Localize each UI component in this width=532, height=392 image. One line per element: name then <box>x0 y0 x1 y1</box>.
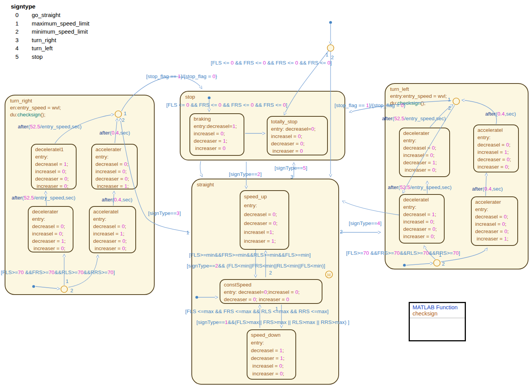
legend-row: 1maximum_speed_limit <box>11 19 89 28</box>
cond-signtype3[interactable]: [signType==3] <box>148 210 181 216</box>
matlab-function-name: checksign <box>410 310 465 318</box>
cond-max-le[interactable]: [FLS <=max && FRS <=max && RLS <=max && … <box>185 308 329 314</box>
legend-row: 4turn_left <box>11 44 89 53</box>
substate-accelerater-tr[interactable]: acceleraterentry:decreasel = 0;increasel… <box>91 144 138 189</box>
legend-row: 5stop <box>11 53 89 61</box>
stateflow-chart: signtype 0go_straight 1maximum_speed_lim… <box>0 0 532 392</box>
order-number: 3 <box>290 174 293 180</box>
cond-signtype4[interactable]: [signType==4] <box>349 220 382 226</box>
cond-stop-flag-left[interactable]: [stop_flag == 1]/{stop_flag = 0} <box>146 73 217 79</box>
legend-row: 0go_straight <box>11 11 89 19</box>
cond-signtype5[interactable]: [signType==5] <box>275 165 307 171</box>
substate-acceleratel-tr[interactable]: acceleratelentry:decreasel = 0;increasel… <box>89 206 136 253</box>
signtype-legend[interactable]: signtype 0go_straight 1maximum_speed_lim… <box>11 3 89 61</box>
order-number: 1 <box>66 278 68 284</box>
substate-accelerater2-tl[interactable]: acceleraterentry:decreasel = 0;increasel… <box>471 196 518 246</box>
cond-signtype1-max[interactable]: [signType==1&&(FLS>max|| FRS>max || RLS>… <box>196 319 349 325</box>
substate-braking[interactable]: brakingentry:decreasel=1;increasel = 0;d… <box>189 113 244 156</box>
substate-decelerater-tl[interactable]: deceleraterentry:decreasel = 0;increasel… <box>399 128 450 177</box>
order-number: 2 <box>269 270 272 276</box>
substate-deceleratel-tl[interactable]: deceleratelentry:decreasel = 1;increasel… <box>399 194 445 244</box>
legend-title: signtype <box>11 3 89 10</box>
cond-after-04-tr1[interactable]: after(0.4,sec) <box>99 130 130 136</box>
cond-after-speed-tl2[interactable]: after(52.5/entry_speed,sec) <box>388 184 452 190</box>
order-number: 1 <box>186 230 189 235</box>
order-number: 2 <box>340 229 343 235</box>
cond-signtype2-min[interactable]: [signType==2&& (FLS<min||FRS<min||RLS<mi… <box>187 263 325 269</box>
cond-sensors70-right[interactable]: [FLS>=70 &&FRS>=70&&RLS>=70&&RRS>=70] <box>346 250 460 256</box>
order-number: 1 <box>124 111 126 116</box>
order-number: 1 <box>275 306 278 312</box>
cond-after-04-tr2[interactable]: after(0.4,sec) <box>102 197 133 203</box>
order-number: 1 <box>448 97 450 102</box>
junction-top[interactable] <box>327 45 334 51</box>
order-number: 1 <box>326 52 328 58</box>
substate-acceleratel-tl[interactable]: acceleratelentry:decreasel = 0;increasel… <box>473 124 519 172</box>
order-number: 2 <box>331 55 334 60</box>
order-number: 2 <box>448 105 451 111</box>
cond-sensors70-left[interactable]: [FLS>=70 &&FRS>=70&&RLS>=70&&RRS>=70] <box>1 269 115 275</box>
cond-after-speed-tl1[interactable]: after(52.5/entry_speed,sec) <box>382 116 446 121</box>
substate-const-speed[interactable]: constSpeedentry: decreasel=0;increasel =… <box>220 279 322 304</box>
substate-totally-stop[interactable]: totally_stopentry: decreasel=0;increasel… <box>267 116 328 155</box>
order-number: 1 <box>439 252 442 258</box>
order-number: 2 <box>70 288 73 293</box>
substate-deceleratel1[interactable]: deceleratel1entry:decreasel = 1;increase… <box>31 144 77 189</box>
matlab-function-type-label: MATLAB Function <box>410 303 465 310</box>
cond-stop-flag-right[interactable]: [stop_flag == 1]/{stop_flag = 0} <box>334 102 406 108</box>
cond-fls0-top[interactable]: [FLS <= 0 && FRS <= 0 && FRS <= 0 && FRS… <box>211 60 332 66</box>
substate-speed-down[interactable]: speed_downentry:decreasel = 1;decreaser … <box>247 329 296 380</box>
substate-speed-up[interactable]: speed_upentry:decreasel = 0;decreaser = … <box>240 190 289 250</box>
matlab-function-block[interactable]: MATLAB Function checksign <box>409 302 466 341</box>
cond-after-speed-tr1[interactable]: after(52.5/entry_speed,sec) <box>18 124 82 130</box>
legend-row: 2minimum_speed_limit <box>11 27 89 36</box>
default-dot-top[interactable] <box>329 21 332 24</box>
substate-decelerater-tr[interactable]: deceleraterentry:decreasel = 0;increasel… <box>28 206 73 252</box>
cond-after-04-tl2[interactable]: after(0.4,sec) <box>472 186 503 192</box>
cond-min-ge[interactable]: [FLS>=min&&FRS>=min&&RLS>=min&&FLS>=min] <box>189 252 310 258</box>
legend-row: 3turn_right <box>11 36 89 44</box>
order-number: 2 <box>122 117 124 123</box>
cond-fls0-stop[interactable]: [FLS <= 0 && FRS <= 0 && FRS <= 0 && FRS… <box>166 102 287 108</box>
cond-signtype2[interactable]: [signType==2] <box>229 171 262 177</box>
order-number: 2 <box>442 261 445 267</box>
cond-after-04-tl1[interactable]: after(0.4,sec) <box>485 111 516 117</box>
cond-after-speed-tr2[interactable]: after(52.5/entry_speed,sec) <box>12 195 75 201</box>
